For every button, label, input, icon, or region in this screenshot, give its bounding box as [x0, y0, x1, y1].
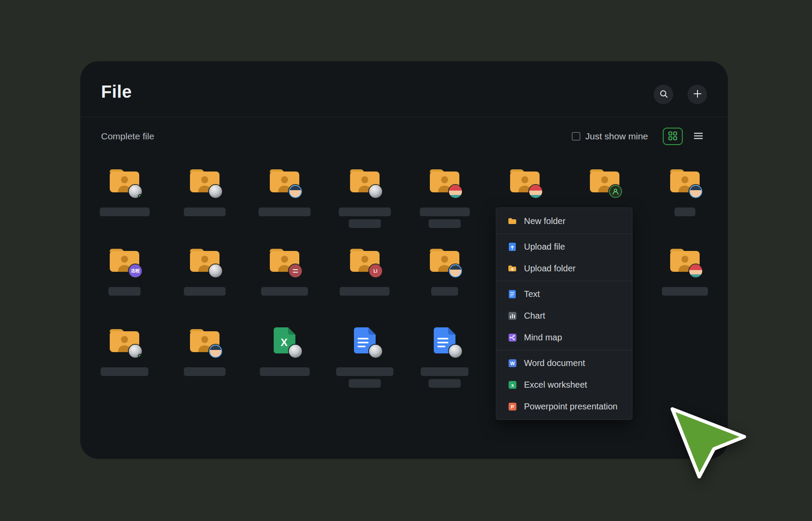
- svg-text:W: W: [510, 360, 515, 366]
- file-icon-wrap: [107, 167, 142, 195]
- member-avatar-girl: [689, 264, 702, 277]
- menu-divider: [496, 234, 632, 234]
- toolbar: Complete file Just show mine: [101, 126, 707, 146]
- file-icon-wrap: [427, 167, 462, 195]
- member-avatar-cat: [369, 345, 382, 358]
- file-item[interactable]: X: [250, 326, 319, 376]
- file-icon-wrap: [187, 167, 222, 195]
- file-name-placeholder: [184, 208, 226, 216]
- file-name-placeholder: [429, 379, 461, 388]
- menu-item-excel[interactable]: xExcel worksheet: [496, 374, 632, 396]
- list-view-icon: [694, 132, 703, 141]
- search-button[interactable]: [654, 85, 673, 104]
- member-avatar-share: [609, 185, 622, 198]
- new-folder-icon: [508, 216, 517, 226]
- file-icon-wrap: [587, 167, 622, 195]
- folder-item[interactable]: [170, 326, 239, 376]
- file-name-placeholder: [336, 367, 393, 376]
- file-name-placeholder: [100, 208, 150, 216]
- file-icon-wrap: [427, 326, 462, 355]
- file-icon-wrap: [187, 326, 222, 355]
- file-name-placeholder: [108, 287, 141, 296]
- folder-item[interactable]: [330, 167, 399, 228]
- menu-item-powerpoint[interactable]: PPowerpoint presentation: [496, 396, 632, 417]
- menu-item-word[interactable]: WWord document: [496, 352, 632, 374]
- add-button[interactable]: [688, 85, 707, 104]
- grid-view-button[interactable]: [663, 128, 683, 145]
- excel-icon: x: [508, 380, 517, 389]
- folder-item[interactable]: [250, 167, 319, 216]
- file-icon-wrap: [668, 246, 702, 275]
- folder-item[interactable]: [170, 167, 239, 216]
- member-avatar-cat: [449, 345, 462, 358]
- context-menu: New folderUpload fileUpload folderTextCh…: [496, 208, 632, 420]
- menu-divider: [496, 350, 632, 350]
- file-name-placeholder: [259, 208, 311, 216]
- file-app-window: File Complete file Just show mine: [80, 61, 728, 459]
- file-item[interactable]: [330, 326, 399, 388]
- menu-item-upload-file[interactable]: Upload file: [496, 236, 632, 257]
- file-name-placeholder: [340, 287, 390, 296]
- file-icon-wrap: [508, 167, 542, 195]
- text-icon: [508, 289, 517, 299]
- file-icon-wrap: [107, 326, 142, 355]
- member-avatar-cat: [209, 185, 222, 198]
- menu-item-label: Powerpoint presentation: [524, 402, 618, 412]
- member-avatar-badge: [289, 264, 302, 277]
- svg-text:P: P: [511, 404, 514, 409]
- menu-item-label: New folder: [524, 216, 566, 226]
- menu-item-chart[interactable]: Chart: [496, 305, 632, 326]
- folder-item[interactable]: LI: [330, 246, 399, 296]
- menu-item-label: Mind map: [524, 333, 562, 343]
- file-name-placeholder: [429, 219, 461, 228]
- file-icon-wrap: X: [267, 326, 302, 355]
- desktop-background: File Complete file Just show mine: [0, 0, 812, 521]
- folder-item[interactable]: [650, 167, 720, 216]
- member-avatar-badge: 志程: [129, 264, 142, 277]
- file-icon-wrap: 志程: [107, 246, 142, 275]
- menu-item-new-folder[interactable]: New folder: [496, 210, 632, 232]
- folder-item[interactable]: [90, 326, 159, 376]
- just-show-mine-checkbox[interactable]: [572, 132, 580, 141]
- folder-item[interactable]: [170, 246, 239, 296]
- folder-item[interactable]: [250, 246, 319, 296]
- member-avatar-badge: LI: [369, 264, 382, 277]
- word-icon: W: [508, 358, 517, 368]
- file-item[interactable]: [410, 326, 479, 388]
- member-avatar-cat: [369, 185, 382, 198]
- mind-map-icon: [508, 333, 517, 342]
- folder-item[interactable]: [90, 167, 159, 216]
- grid-view-icon: [668, 131, 678, 142]
- member-avatar-girl: [529, 185, 542, 198]
- chart-icon: [508, 311, 517, 320]
- online-status-dot: [138, 354, 142, 358]
- menu-item-mind-map[interactable]: Mind map: [496, 326, 632, 348]
- menu-item-label: Excel worksheet: [524, 380, 587, 390]
- folder-item[interactable]: 志程: [90, 246, 159, 296]
- just-show-mine-label: Just show mine: [585, 131, 648, 142]
- file-icon-wrap: [267, 246, 302, 275]
- file-name-placeholder: [420, 208, 470, 216]
- file-icon-wrap: [347, 167, 382, 195]
- folder-item[interactable]: [650, 246, 720, 296]
- menu-item-upload-folder[interactable]: Upload folder: [496, 257, 632, 279]
- file-name-placeholder: [260, 367, 310, 376]
- member-avatar-cat: [209, 264, 222, 277]
- online-status-dot: [138, 194, 142, 198]
- member-avatar-cat: [289, 345, 302, 358]
- file-name-placeholder: [421, 367, 468, 376]
- page-title: File: [101, 82, 132, 102]
- folder-item[interactable]: [410, 167, 479, 228]
- member-avatar-boy: [689, 185, 702, 198]
- upload-folder-icon: [508, 264, 517, 273]
- list-view-button[interactable]: [690, 128, 707, 145]
- file-name-placeholder: [674, 208, 695, 216]
- file-icon-wrap: [347, 326, 382, 355]
- menu-item-text[interactable]: Text: [496, 283, 632, 305]
- file-icon-wrap: [668, 167, 702, 195]
- member-avatar-cat: [129, 185, 142, 198]
- menu-divider: [496, 281, 632, 281]
- menu-item-label: Upload folder: [524, 264, 576, 274]
- member-avatar-girl: [449, 185, 462, 198]
- folder-item[interactable]: [410, 246, 479, 296]
